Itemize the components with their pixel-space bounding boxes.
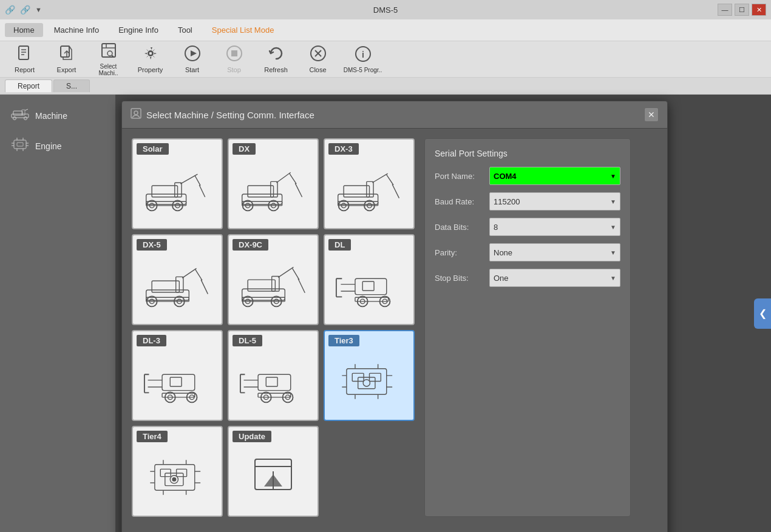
machine-image-update: [233, 442, 314, 512]
machine-image-dx9c: [233, 251, 314, 320]
machine-card-dl[interactable]: DL: [324, 234, 415, 325]
parity-arrow: ▼: [610, 249, 616, 256]
report-button[interactable]: Report: [5, 44, 44, 75]
menu-machine-info[interactable]: Machine Info: [46, 23, 107, 37]
data-bits-label: Data Bits:: [435, 223, 489, 232]
app-title: DMS-5: [373, 5, 398, 15]
serial-port-settings: Serial Port Settings Port Name: COM4 ▼ B…: [424, 138, 631, 517]
svg-line-44: [194, 175, 200, 186]
engine-sidebar-icon: [11, 137, 29, 155]
machine-label-dl: DL: [328, 239, 351, 251]
report-icon: [16, 45, 33, 64]
svg-line-54: [276, 172, 291, 183]
svg-line-87: [278, 267, 293, 277]
select-machine-icon: [100, 42, 117, 61]
play-icon: [184, 45, 201, 64]
svg-text:i: i: [362, 50, 364, 59]
machine-image-dx5: [137, 251, 218, 320]
machine-card-tier4[interactable]: Tier4: [132, 426, 223, 517]
machine-card-dl5[interactable]: DL-5: [228, 330, 319, 421]
machine-card-dx5[interactable]: DX-5: [132, 234, 223, 325]
svg-point-157: [172, 477, 176, 481]
stop-bits-select[interactable]: One ▼: [489, 269, 620, 287]
svg-rect-85: [248, 280, 275, 291]
svg-marker-14: [191, 50, 197, 56]
gear-icon: [142, 45, 159, 64]
modal-footer: OK: [122, 527, 667, 532]
modal-title-text: Select Machine / Setting Comm. Interface: [146, 110, 314, 120]
port-name-select[interactable]: COM4 ▼: [489, 167, 620, 185]
dms-progr-button[interactable]: i DMS-5 Progr..: [340, 44, 386, 75]
minimize-button[interactable]: —: [718, 4, 732, 16]
machine-card-update[interactable]: Update: [228, 426, 319, 517]
right-chevron-button[interactable]: ❮: [754, 298, 771, 329]
data-bits-select[interactable]: 8 ▼: [489, 218, 620, 236]
menu-home[interactable]: Home: [5, 23, 43, 37]
machine-label-dl5: DL-5: [233, 335, 262, 346]
modal-body: Solar: [122, 129, 667, 527]
title-bar-left: 🔗 🔗 ▼: [5, 5, 42, 15]
svg-point-12: [149, 52, 152, 55]
machine-label-tier3: Tier3: [328, 335, 359, 346]
svg-line-78: [201, 280, 208, 294]
machine-image-dx: [233, 155, 314, 224]
sidebar-item-machine[interactable]: Machine: [5, 102, 110, 130]
svg-line-77: [195, 269, 202, 280]
machine-card-tier3[interactable]: Tier3: [324, 330, 415, 421]
svg-point-143: [363, 379, 370, 386]
export-icon: [58, 45, 75, 64]
svg-point-39: [134, 111, 138, 115]
svg-line-76: [182, 268, 197, 278]
property-button[interactable]: Property: [131, 44, 170, 75]
select-machine-button[interactable]: SelectMachi..: [89, 44, 128, 75]
baud-rate-label: Baud Rate:: [435, 197, 489, 206]
menu-tool[interactable]: Tool: [169, 23, 201, 37]
svg-rect-41: [152, 185, 177, 197]
parity-row: Parity: None ▼: [435, 243, 620, 261]
machine-label-dx3: DX-3: [328, 143, 359, 155]
svg-rect-53: [270, 181, 277, 197]
machine-label-dx: DX: [233, 143, 256, 155]
title-bar: 🔗 🔗 ▼ DMS-5 — ☐ ✕: [0, 0, 771, 19]
machine-image-dl: [328, 251, 410, 320]
machine-card-dx3[interactable]: DX-3: [324, 138, 415, 229]
menu-special-list[interactable]: Special List Mode: [203, 23, 283, 37]
maximize-button[interactable]: ☐: [735, 4, 749, 16]
export-button[interactable]: Export: [47, 44, 86, 75]
stop-button[interactable]: Stop: [214, 44, 254, 75]
refresh-label: Refresh: [264, 66, 288, 73]
window-controls: — ☐ ✕: [718, 4, 766, 16]
start-button[interactable]: Start: [172, 44, 212, 75]
engine-sidebar-label: Engine: [35, 141, 62, 151]
close-button[interactable]: ✕: [752, 4, 766, 16]
baud-rate-select[interactable]: 115200 ▼: [489, 192, 620, 210]
tab-report[interactable]: Report: [5, 79, 52, 92]
link-icon-2: 🔗: [20, 5, 30, 15]
port-name-label: Port Name:: [435, 172, 489, 181]
close-tool-label: Close: [309, 66, 326, 73]
machine-label-solar: Solar: [137, 143, 169, 155]
sidebar: Machine Engine: [0, 95, 115, 532]
svg-rect-0: [19, 46, 29, 59]
svg-line-88: [292, 268, 299, 280]
machine-label-update: Update: [233, 431, 271, 442]
machine-card-dl3[interactable]: DL-3: [132, 330, 223, 421]
tab-s[interactable]: S...: [53, 79, 90, 92]
svg-point-27: [24, 117, 27, 120]
svg-line-45: [199, 185, 205, 197]
sidebar-item-engine[interactable]: Engine: [5, 132, 110, 160]
modal-close-button[interactable]: ✕: [644, 107, 659, 122]
menu-bar: Home Machine Info Engine Info Tool Speci…: [0, 19, 771, 41]
refresh-button[interactable]: Refresh: [256, 44, 296, 75]
machine-card-solar[interactable]: Solar: [132, 138, 223, 229]
parity-select[interactable]: None ▼: [489, 243, 620, 261]
modal-overlay: Select Machine / Setting Comm. Interface…: [115, 95, 771, 532]
menu-engine-info[interactable]: Engine Info: [110, 23, 167, 37]
close-tool-button[interactable]: Close: [298, 44, 338, 75]
machine-card-dx9c[interactable]: DX-9C: [228, 234, 319, 325]
machine-label-dx5: DX-5: [137, 239, 167, 251]
machine-grid: Solar: [132, 138, 415, 517]
main-area: Machine Engine: [0, 95, 771, 532]
machine-card-dx[interactable]: DX: [228, 138, 319, 229]
svg-line-89: [297, 278, 304, 293]
